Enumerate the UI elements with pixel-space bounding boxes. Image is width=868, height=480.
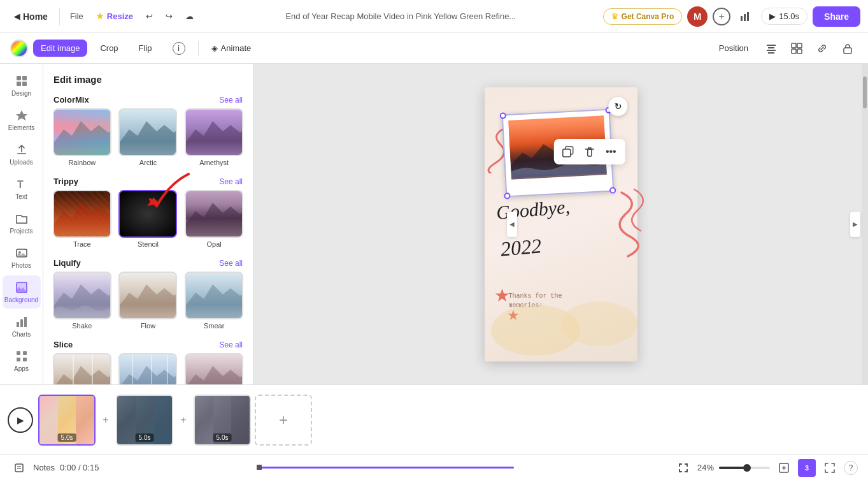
animate-button[interactable]: ◈ Animate [204, 40, 259, 57]
sidebar-item-apps[interactable]: Apps [3, 344, 41, 377]
duplicate-button[interactable] [557, 142, 578, 162]
clip-frame-3a [195, 396, 213, 444]
elements-label: Elements [8, 124, 35, 131]
sidebar-item-elements[interactable]: Elements [3, 103, 41, 136]
lock-icon[interactable] [837, 38, 858, 59]
liquify-section-header: Liquify See all [48, 253, 248, 272]
rotate-handle[interactable]: ↻ [608, 96, 628, 117]
bottombar: Notes 0:00 / 0:15 24% 3 ? [0, 455, 868, 480]
link-icon[interactable] [812, 38, 832, 59]
file-button[interactable]: File [65, 8, 89, 25]
bottombar-right: 24% 3 ? [674, 459, 858, 477]
save-button[interactable]: ☁ [180, 8, 199, 25]
svg-rect-5 [768, 47, 774, 48]
align-icon[interactable] [761, 38, 781, 59]
panel-scroll[interactable]: ColorMix See all Rainbow [43, 90, 253, 384]
timeline-clip-3[interactable]: 5.0s [194, 395, 251, 446]
help-button[interactable]: ? [844, 461, 858, 475]
fullscreen-button[interactable] [821, 459, 839, 477]
zoom-thumb [743, 464, 751, 472]
filter-slice2[interactable]: Slice 2 [117, 353, 180, 384]
home-label: Home [23, 11, 48, 22]
share-button[interactable]: Share [813, 6, 860, 27]
edit-toolbar: Edit image Crop Flip i ◈ Animate Positio… [0, 33, 868, 64]
filter-shake-label: Shake [72, 322, 92, 330]
crop-button[interactable]: Crop [92, 40, 125, 57]
more-options-button[interactable]: ••• [601, 142, 621, 162]
trippy-see-all[interactable]: See all [219, 177, 243, 186]
info-button[interactable]: i [165, 38, 193, 59]
filter-opal[interactable]: Opal [183, 190, 245, 248]
filter-shake[interactable]: Shake [51, 272, 113, 330]
photos-label: Photos [11, 262, 31, 269]
filter-smear[interactable]: Smear [183, 272, 245, 330]
fit-screen-button[interactable] [674, 459, 692, 477]
expand-view-button[interactable] [775, 459, 793, 477]
sidebar-item-text[interactable]: T Text [3, 172, 41, 205]
trippy-grid: Trace ☛ Stencil [48, 190, 248, 253]
redo-button[interactable]: ↪ [160, 8, 178, 25]
expand-left-button[interactable]: ◀ [507, 212, 517, 237]
sidebar-item-background[interactable]: Background [3, 275, 41, 309]
add-scene-button[interactable]: + [255, 395, 312, 446]
analytics-icon[interactable] [736, 6, 756, 27]
sidebar-item-uploads[interactable]: Uploads [3, 138, 41, 171]
play-button[interactable]: ▶ [8, 407, 33, 433]
grid-icon[interactable] [786, 38, 807, 59]
sidebar-item-photos[interactable]: Photos [3, 241, 41, 274]
panel-header: Edit image [43, 64, 253, 90]
clip-frame-2a [117, 396, 136, 444]
avatar[interactable]: M [687, 6, 708, 27]
filter-stencil-thumb: ☛ [118, 190, 177, 238]
filter-stencil[interactable]: ☛ Stencil [117, 190, 180, 248]
sidebar-item-design[interactable]: Design [3, 69, 41, 102]
background-icon [15, 280, 29, 295]
apps-icon [15, 349, 29, 363]
color-picker[interactable] [10, 40, 28, 57]
svg-rect-41 [15, 464, 23, 472]
timeline-progress[interactable] [259, 467, 514, 469]
vertical-scrollbar[interactable] [862, 64, 868, 384]
expand-right-button[interactable]: ▶ [850, 212, 860, 237]
timeline-clip-1[interactable]: 5.0s [38, 395, 96, 446]
home-button[interactable]: ◀ Home [8, 8, 54, 25]
undo-icon: ↩ [146, 11, 153, 21]
edit-image-button[interactable]: Edit image [33, 40, 87, 57]
canva-pro-button[interactable]: ♛ Get Canva Pro [603, 8, 683, 25]
timeline-clip-2[interactable]: 5.0s [116, 395, 173, 446]
colormix-see-all[interactable]: See all [219, 96, 243, 105]
filter-flow[interactable]: Flow [117, 272, 180, 330]
position-button[interactable]: Position [711, 40, 756, 57]
resize-button[interactable]: ★ Resize [91, 8, 138, 25]
slice-section-header: Slice See all [48, 335, 248, 353]
timeline: ▶ 5.0s + 5.0s + [0, 384, 868, 455]
filter-trace[interactable]: Trace [51, 190, 113, 248]
play-icon: ▶ [769, 11, 776, 21]
filter-slice3[interactable]: Slice 3 [183, 353, 245, 384]
grid-view-button[interactable]: 3 [798, 459, 816, 477]
notes-icon[interactable] [10, 459, 28, 477]
uploads-label: Uploads [10, 159, 33, 166]
sidebar-item-charts[interactable]: Charts [3, 310, 41, 343]
file-label: File [70, 11, 83, 21]
sidebar-item-projects[interactable]: Projects [3, 207, 41, 240]
photos-icon [15, 246, 29, 260]
delete-button[interactable] [579, 142, 599, 162]
slice-see-all[interactable]: See all [219, 340, 243, 349]
liquify-see-all[interactable]: See all [219, 259, 243, 268]
filter-amethyst-label: Amethyst [199, 159, 229, 166]
notes-label[interactable]: Notes [33, 463, 55, 472]
timer-button[interactable]: ▶ 15.0s [761, 8, 808, 25]
svg-rect-26 [24, 317, 27, 327]
clip-join-2: + [177, 395, 190, 446]
handle-tl[interactable] [499, 112, 506, 119]
flip-button[interactable]: Flip [131, 40, 160, 57]
filter-rainbow[interactable]: Rainbow [51, 108, 113, 166]
filter-arctic[interactable]: Arctic [117, 108, 180, 166]
add-collaborator-button[interactable]: + [713, 8, 730, 25]
filter-slice1[interactable]: Slice 1 [51, 353, 113, 384]
colormix-grid: Rainbow Arctic [48, 108, 248, 171]
filter-amethyst[interactable]: Amethyst [183, 108, 245, 166]
zoom-slider[interactable] [719, 467, 770, 469]
undo-button[interactable]: ↩ [141, 8, 158, 25]
